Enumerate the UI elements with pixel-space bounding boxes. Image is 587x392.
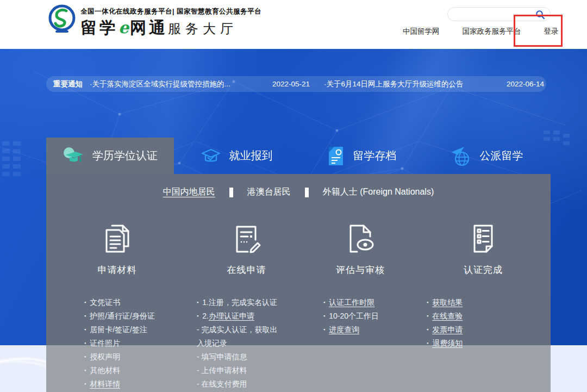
top-nav: 中国留学网 国家政务服务平台 登录: [403, 27, 559, 36]
step-online-application: 在线申请 1.注册，完成实名认证 2.办理认证申请 完成实人认证，获取出入境记录…: [188, 221, 305, 391]
step-title: 申请材料: [98, 264, 137, 276]
subtab-separator: [229, 188, 233, 197]
nav-link-login[interactable]: 登录: [544, 27, 559, 36]
checklist-icon: [466, 221, 501, 256]
list-item: 居留卡/签证/签注: [84, 323, 188, 337]
list-item-link: 认证工作时限: [323, 296, 416, 309]
list-subitem: 在线支付费用: [197, 377, 283, 391]
notice-date: 2022-05-21: [272, 80, 310, 88]
list-item: 10-20个工作日: [323, 309, 416, 323]
list-item-link: 2.办理认证申请: [197, 309, 283, 323]
step-list: 1.注册，完成实名认证 2.办理认证申请 完成实人认证，获取出入境记录 填写申请…: [188, 296, 305, 391]
tab-study-abroad-archive[interactable]: 留学存档: [299, 138, 424, 174]
list-item: 1.注册，完成实名认证: [197, 296, 283, 309]
notice-item[interactable]: ·关于6月14日网上服务大厅升级运维的公告 2022-06-14: [324, 79, 546, 89]
notice-label: 重要通知: [46, 79, 90, 89]
list-item-link: 材料详情: [84, 377, 188, 391]
step-title: 认证完成: [464, 264, 503, 276]
list-subitem: 填写申请信息: [197, 350, 283, 364]
process-steps: 申请材料 文凭证书 护照/通行证/身份证 居留卡/签证/签注 证件照片 授权声明…: [46, 221, 551, 391]
tab-label: 学历学位认证: [92, 148, 158, 163]
search-box: [447, 7, 551, 21]
form-edit-icon: [229, 221, 264, 256]
step-list: 获取结果 在线查验 发票申请 退费须知: [416, 296, 551, 350]
tab-label: 就业报到: [229, 148, 273, 163]
list-subitem: 完成实人认证，获取出入境记录: [197, 323, 283, 350]
notice-title[interactable]: ·关于6月14日网上服务大厅升级运维的公告: [324, 79, 464, 89]
tab-label: 留学存档: [353, 148, 397, 163]
notice-date: 2022-06-14: [507, 80, 544, 88]
list-item-link: 在线查验: [427, 309, 551, 323]
list-item: 护照/通行证/身份证: [84, 309, 188, 323]
graduation-cap-outline-icon: [201, 146, 221, 166]
logo-swirl-icon: [48, 4, 76, 34]
subtab-mainland-residents[interactable]: 中国内地居民: [163, 186, 215, 198]
document-eye-icon: [343, 221, 378, 256]
graduation-cap-teal-icon: [63, 146, 84, 166]
list-item: 文凭证书: [84, 296, 188, 309]
nav-link-gov-platform[interactable]: 国家政务服务平台: [463, 27, 521, 36]
subtab-foreign-nationals[interactable]: 外籍人士 (Foreign Nationals): [323, 186, 434, 198]
tab-employment-registration[interactable]: 就业报到: [174, 138, 299, 174]
step-evaluation-review: 评估与审核 认证工作时限 10-20个工作日 进度查询: [305, 221, 416, 391]
search-icon[interactable]: [535, 10, 545, 20]
documents-icon: [100, 221, 135, 256]
step-list: 文凭证书 护照/通行证/身份证 居留卡/签证/签注 证件照片 授权声明 其他材料…: [46, 296, 188, 391]
tab-government-sponsored-study[interactable]: 公派留学: [424, 138, 549, 174]
step-application-materials: 申请材料 文凭证书 护照/通行证/身份证 居留卡/签证/签注 证件照片 授权声明…: [46, 221, 188, 391]
site-title: 留学e网通服务大厅: [80, 17, 261, 39]
search-input[interactable]: [454, 8, 536, 20]
plane-globe-icon: [450, 146, 472, 166]
nav-link-cscse[interactable]: 中国留学网: [403, 27, 440, 36]
notice-title[interactable]: ·关于落实海淀区全域实行提级管控措施的...: [90, 79, 230, 89]
list-subitem: 上传申请材料: [197, 364, 283, 377]
archive-document-icon: [327, 146, 345, 166]
header: 全国一体化在线政务服务平台| 国家智慧教育公共服务平台 留学e网通服务大厅 中国…: [0, 0, 587, 49]
subtab-hk-mo-tw-residents[interactable]: 港澳台居民: [247, 186, 291, 198]
tab-label: 公派留学: [480, 148, 523, 163]
subtab-separator: [305, 188, 309, 197]
step-certification-complete: 认证完成 获取结果 在线查验 发票申请 退费须知: [416, 221, 551, 391]
notice-item[interactable]: ·关于落实海淀区全域实行提级管控措施的... 2022-05-21: [90, 79, 324, 89]
list-item: 授权声明: [84, 350, 188, 364]
step-title: 评估与审核: [336, 264, 385, 276]
list-item-link: 退费须知: [427, 337, 551, 350]
list-item-link: 进度查询: [323, 323, 416, 337]
step-list: 认证工作时限 10-20个工作日 进度查询: [305, 296, 416, 337]
list-item: 证件照片: [84, 337, 188, 350]
step-title: 在线申请: [227, 264, 266, 276]
list-item-link: 获取结果: [427, 296, 551, 309]
tab-degree-certification[interactable]: 学历学位认证: [46, 138, 174, 174]
list-item: 其他材料: [84, 364, 188, 377]
degree-certification-panel: 中国内地居民 港澳台居民 外籍人士 (Foreign Nationals) 申请…: [46, 174, 551, 392]
platform-tagline: 全国一体化在线政务服务平台| 国家智慧教育公共服务平台: [80, 7, 261, 16]
resident-subtabs: 中国内地居民 港澳台居民 外籍人士 (Foreign Nationals): [46, 186, 551, 198]
service-tabs: 学历学位认证 就业报到 留学存档 公派留学: [46, 138, 549, 174]
brand-logo[interactable]: 全国一体化在线政务服务平台| 国家智慧教育公共服务平台 留学e网通服务大厅: [48, 4, 261, 39]
notice-bar: 重要通知 ·关于落实海淀区全域实行提级管控措施的... 2022-05-21 ·…: [46, 76, 546, 92]
list-item-link: 发票申请: [427, 323, 551, 337]
